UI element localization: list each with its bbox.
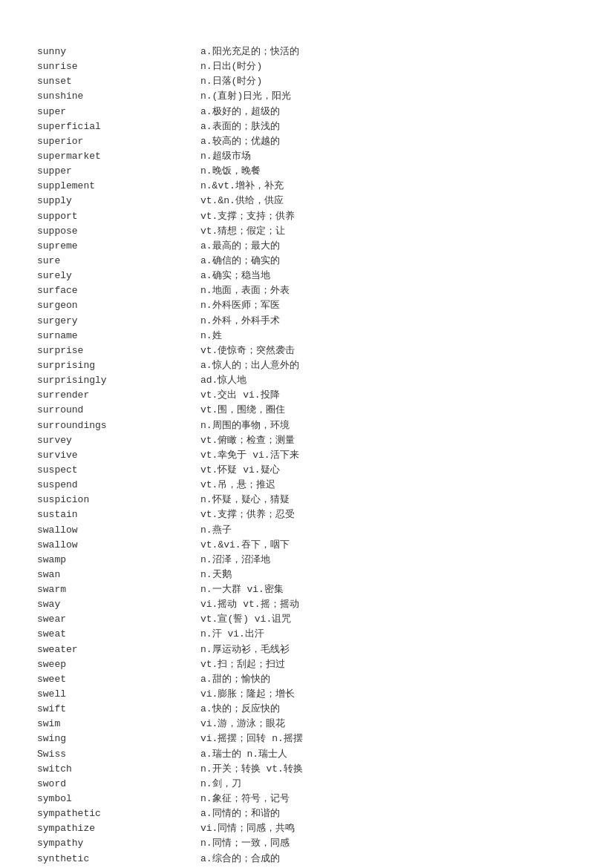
word-cell: switch: [37, 762, 200, 777]
definition-cell: vt.怀疑 vi.疑心: [200, 463, 577, 478]
word-cell: sway: [37, 597, 200, 612]
definition-cell: ad.惊人地: [200, 373, 577, 388]
definition-cell: n.外科医师；军医: [200, 298, 577, 313]
definition-cell: a.同情的；和谐的: [200, 806, 577, 821]
word-cell: swallow: [37, 538, 200, 553]
definition-cell: a.最高的；最大的: [200, 239, 577, 254]
word-row: swallowvt.&vi.吞下，咽下: [37, 538, 577, 553]
word-cell: swim: [37, 717, 200, 731]
definition-cell: n.天鹅: [200, 568, 577, 582]
definition-cell: vt.吊，悬；推迟: [200, 478, 577, 493]
definition-cell: n.晚饭，晚餐: [200, 164, 577, 179]
word-row: sweepvt.扫；刮起；扫过: [37, 657, 577, 672]
word-row: sympathyn.同情；一致，同感: [37, 836, 577, 851]
definition-cell: a.惊人的；出人意外的: [200, 358, 577, 373]
word-row: swallown.燕子: [37, 523, 577, 538]
word-row: sweatn.汗 vi.出汗: [37, 627, 577, 642]
word-row: supera.极好的，超级的: [37, 105, 577, 119]
definition-cell: a.确实；稳当地: [200, 269, 577, 283]
definition-cell: n.&vt.增补，补充: [200, 179, 577, 194]
word-row: suspendvt.吊，悬；推迟: [37, 478, 577, 493]
definition-cell: n.沼泽，沼泽地: [200, 553, 577, 568]
word-cell: sympathy: [37, 836, 200, 851]
word-cell: surgeon: [37, 298, 200, 313]
word-cell: sympathetic: [37, 806, 200, 821]
definition-cell: n.剑，刀: [200, 777, 577, 792]
definition-cell: a.表面的；肤浅的: [200, 119, 577, 134]
definition-cell: vt.使惊奇；突然袭击: [200, 343, 577, 358]
word-cell: swamp: [37, 553, 200, 568]
definition-cell: a.甜的；愉快的: [200, 672, 577, 687]
word-row: supermarketn.超级市场: [37, 149, 577, 164]
word-cell: surprising: [37, 358, 200, 373]
word-row: supposevt.猜想；假定；让: [37, 224, 577, 239]
definition-cell: n.(直射)日光，阳光: [200, 89, 577, 104]
word-cell: supplement: [37, 179, 200, 194]
word-row: sweeta.甜的；愉快的: [37, 672, 577, 687]
word-row: swayvi.摇动 vt.摇；摇动: [37, 597, 577, 612]
word-row: superiora.较高的；优越的: [37, 134, 577, 149]
word-row: swellvi.膨胀；隆起；增长: [37, 687, 577, 702]
word-row: switchn.开关；转换 vt.转换: [37, 762, 577, 777]
definition-cell: vi.游，游泳；眼花: [200, 717, 577, 731]
word-row: swifta.快的；反应快的: [37, 702, 577, 717]
word-cell: sunny: [37, 45, 200, 59]
word-row: swann.天鹅: [37, 568, 577, 582]
definition-cell: n.燕子: [200, 523, 577, 538]
word-cell: supper: [37, 164, 200, 179]
definition-cell: vi.摇动 vt.摇；摇动: [200, 597, 577, 612]
word-cell: supreme: [37, 239, 200, 254]
definition-cell: a.快的；反应快的: [200, 702, 577, 717]
word-cell: superior: [37, 134, 200, 149]
word-row: swampn.沼泽，沼泽地: [37, 553, 577, 568]
word-cell: swift: [37, 702, 200, 717]
word-row: sunshinen.(直射)日光，阳光: [37, 89, 577, 104]
word-cell: swing: [37, 731, 200, 746]
word-row: surgeonn.外科医师；军医: [37, 298, 577, 313]
word-cell: sunset: [37, 74, 200, 89]
word-cell: sweat: [37, 627, 200, 642]
definition-cell: n.姓: [200, 329, 577, 343]
word-list: sunnya.阳光充足的；快活的sunrisen.日出(时分)sunsetn.日…: [37, 45, 577, 868]
word-row: surelya.确实；稳当地: [37, 269, 577, 283]
definition-cell: n.象征；符号，记号: [200, 792, 577, 806]
word-row: surrendervt.交出 vi.投降: [37, 388, 577, 403]
word-row: sunrisen.日出(时分): [37, 59, 577, 74]
word-row: sympathetica.同情的；和谐的: [37, 806, 577, 821]
word-cell: super: [37, 105, 200, 119]
word-row: swimvi.游，游泳；眼花: [37, 717, 577, 731]
word-row: supportvt.支撑；支持；供养: [37, 209, 577, 224]
definition-cell: a.确信的；确实的: [200, 254, 577, 269]
word-row: surprisinga.惊人的；出人意外的: [37, 358, 577, 373]
word-cell: sunrise: [37, 59, 200, 74]
word-row: superficiala.表面的；肤浅的: [37, 119, 577, 134]
definition-cell: n.汗 vi.出汗: [200, 627, 577, 642]
definition-cell: n.怀疑，疑心，猜疑: [200, 493, 577, 507]
definition-cell: n.外科，外科手术: [200, 314, 577, 329]
word-row: surgeryn.外科，外科手术: [37, 314, 577, 329]
word-cell: surroundings: [37, 418, 200, 433]
word-cell: sword: [37, 777, 200, 792]
word-row: surroundingsn.周围的事物，环境: [37, 418, 577, 433]
word-cell: suspect: [37, 463, 200, 478]
word-row: Swissa.瑞士的 n.瑞士人: [37, 747, 577, 762]
word-row: suppern.晚饭，晚餐: [37, 164, 577, 179]
definition-cell: n.超级市场: [200, 149, 577, 164]
definition-cell: n.厚运动衫，毛线衫: [200, 642, 577, 657]
word-cell: suspicion: [37, 493, 200, 507]
word-row: surprisinglyad.惊人地: [37, 373, 577, 388]
word-cell: supermarket: [37, 149, 200, 164]
definition-cell: vi.膨胀；隆起；增长: [200, 687, 577, 702]
word-row: synthetica.综合的；合成的: [37, 852, 577, 867]
definition-cell: a.阳光充足的；快活的: [200, 45, 577, 59]
word-cell: suppose: [37, 224, 200, 239]
word-row: supremea.最高的；最大的: [37, 239, 577, 254]
word-cell: surface: [37, 283, 200, 298]
word-cell: swarm: [37, 582, 200, 597]
definition-cell: vt.交出 vi.投降: [200, 388, 577, 403]
word-row: supplyvt.&n.供给，供应: [37, 194, 577, 208]
definition-cell: vt.围，围绕，圈住: [200, 403, 577, 418]
word-cell: surround: [37, 403, 200, 418]
word-row: symboln.象征；符号，记号: [37, 792, 577, 806]
word-row: surprisevt.使惊奇；突然袭击: [37, 343, 577, 358]
